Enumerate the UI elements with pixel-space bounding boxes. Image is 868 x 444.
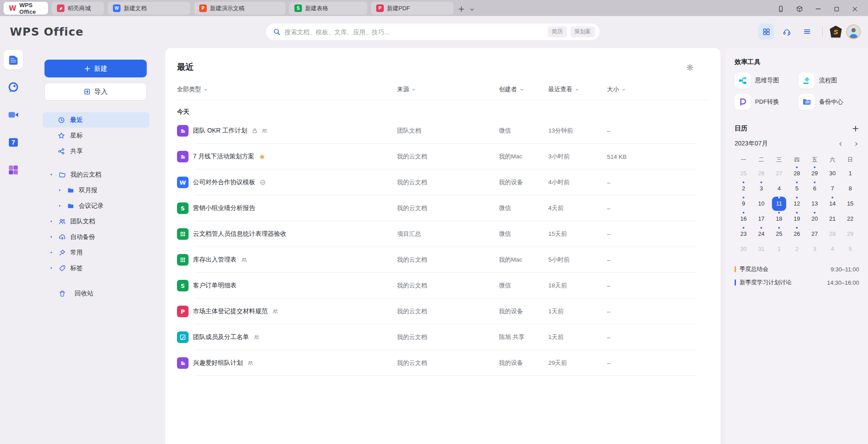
calendar-day[interactable]: 26 [752,166,770,181]
calendar-day[interactable]: 6 [806,181,824,196]
add-event-button[interactable] [852,125,859,132]
calendar-day[interactable]: 26 [788,226,806,241]
tab-4[interactable]: P新建演示文稿 [194,2,285,15]
calendar-day[interactable]: 29 [806,166,824,181]
calendar-day[interactable]: 25 [770,226,788,241]
file-row[interactable]: 库存出入管理表我的云文档我的Mac5小时前– [177,247,709,273]
calendar-day[interactable]: 21 [824,211,841,226]
rail-item-apps[interactable] [4,160,23,180]
tree-item[interactable]: 双月报 [27,182,165,198]
search-tag[interactable]: 策划案 [571,26,595,37]
calendar-day[interactable]: 16 [735,211,752,226]
calendar-day[interactable]: 15 [841,196,859,211]
filter-dropdown[interactable]: 全部类型 [177,85,397,93]
tree-item[interactable]: 会议记录 [27,198,165,214]
calendar-day[interactable]: 5 [841,242,859,256]
user-avatar[interactable] [846,24,861,39]
calendar-day[interactable]: 3 [806,242,824,256]
file-row[interactable]: 云文档管人员信息统计表理器验收项目汇总微信15天前– [177,221,709,247]
tab-1[interactable]: WWPS Office [4,2,48,15]
file-row[interactable]: 团队成员及分工名单我的云文档陈旭 共享1天前– [177,324,709,350]
tree-item[interactable]: 我的云文档 [27,167,165,182]
calendar-day[interactable]: 24 [752,226,770,241]
calendar-day[interactable]: 4 [824,242,841,256]
plus-icon[interactable] [458,6,465,12]
schedule-item[interactable]: 新季度学习计划讨论14:30–16:00 [735,276,859,289]
file-row[interactable]: 团队 OKR 工作计划团队文档微信13分钟前– [177,118,709,144]
menu-button[interactable] [799,24,815,40]
file-row[interactable]: W公司对外合作协议模板我的云文档我的设备4小时前– [177,170,709,195]
support-button[interactable] [779,24,795,40]
filter-dropdown[interactable]: 最近查看 [548,85,607,93]
chevleft-icon[interactable] [838,141,844,147]
calendar-day[interactable]: 17 [752,211,770,226]
tree-item[interactable]: 标签 [27,260,165,276]
calendar-day[interactable]: 20 [806,211,824,226]
tree-item[interactable]: 常用 [27,245,165,260]
calendar-day[interactable]: 2 [735,181,752,196]
calendar-day[interactable]: 25 [735,166,752,181]
tree-item[interactable]: 自动备份 [27,229,165,245]
file-row[interactable]: S客户订单明细表我的云文档微信18天前– [177,273,709,299]
filter-dropdown[interactable]: 创建者 [499,85,548,93]
tab-3[interactable]: W新建文档 [108,2,190,15]
minimize-button[interactable] [815,5,822,12]
search-tag[interactable]: 简历 [548,26,567,37]
calendar-day[interactable]: 30 [735,242,752,256]
filter-dropdown[interactable]: 大小 [607,85,709,93]
search-bar[interactable]: 简历策划案 [266,24,599,40]
calendar-day[interactable]: 14 [824,196,841,211]
tool-backup[interactable]: 备份中心 [799,94,859,110]
maximize-button[interactable] [833,6,840,12]
search-input[interactable] [285,28,548,36]
home-grid-button[interactable] [758,24,774,40]
calendar-day[interactable]: 18 [770,211,788,226]
tab-5[interactable]: S新建表格 [289,2,367,15]
calendar-day[interactable]: 13 [806,196,824,211]
new-tab-button[interactable] [458,6,465,12]
tree-item[interactable]: 团队文档 [27,214,165,229]
sidebar-item-clock[interactable]: 最近 [43,112,149,128]
calendar-day[interactable]: 12 [788,196,806,211]
calendar-day[interactable]: 29 [841,226,859,241]
rail-item-chat[interactable] [4,77,23,97]
import-button[interactable]: 导入 [44,83,147,101]
calendar-day[interactable]: 27 [770,166,788,181]
gear-icon[interactable] [686,64,694,71]
file-row[interactable]: P市场主体登记提交材料规范我的云文档我的设备1天前– [177,299,709,324]
schedule-item[interactable]: 季度总结会9:30–11:00 [735,262,859,276]
calendar-day[interactable]: 5 [788,181,806,196]
calendar-day[interactable]: 4 [770,181,788,196]
calendar-day[interactable]: 27 [806,226,824,241]
calendar-day[interactable]: 28 [788,166,806,181]
calendar-day[interactable]: 10 [752,196,770,211]
new-document-button[interactable]: 新建 [44,60,147,77]
tab-2[interactable]: 稻壳商城 [52,2,104,15]
rail-item-documents[interactable] [4,50,23,69]
rail-item-calendar[interactable]: 7 [4,133,23,152]
chevdown-icon[interactable] [469,7,475,12]
close-button[interactable] [852,6,858,12]
sidebar-item-star[interactable]: 星标 [43,128,149,143]
tool-flowchart[interactable]: 流程图 [799,73,859,89]
tab-6[interactable]: P新建PDF [371,2,454,15]
calendar-day[interactable]: 19 [788,211,806,226]
svip-badge[interactable]: S [830,26,842,38]
file-row[interactable]: 7 月线下活动策划方案我的云文档我的Mac3小时前514 KB [177,144,709,170]
file-row[interactable]: S营销小组业绩分析报告我的云文档微信4天前– [177,195,709,221]
sidebar-item-trash[interactable]: 回收站 [27,286,165,301]
calendar-day[interactable]: 23 [735,226,752,241]
list-settings-button[interactable] [686,64,694,71]
calendar-day[interactable]: 3 [752,181,770,196]
calendar-day[interactable]: 31 [752,242,770,256]
rail-item-meeting[interactable] [4,105,23,125]
sidebar-item-share[interactable]: 共享 [43,143,149,159]
filter-dropdown[interactable]: 来源 [397,85,499,93]
calendar-day[interactable]: 2 [788,242,806,256]
chevright-icon[interactable] [853,141,859,147]
file-row[interactable]: 兴趣爱好组队计划我的云文档我的设备29天前– [177,350,709,376]
plus-icon[interactable] [852,125,859,132]
calendar-day[interactable]: 1 [841,166,859,181]
tab-list-dropdown[interactable] [469,7,475,12]
calendar-day[interactable]: 30 [824,166,841,181]
